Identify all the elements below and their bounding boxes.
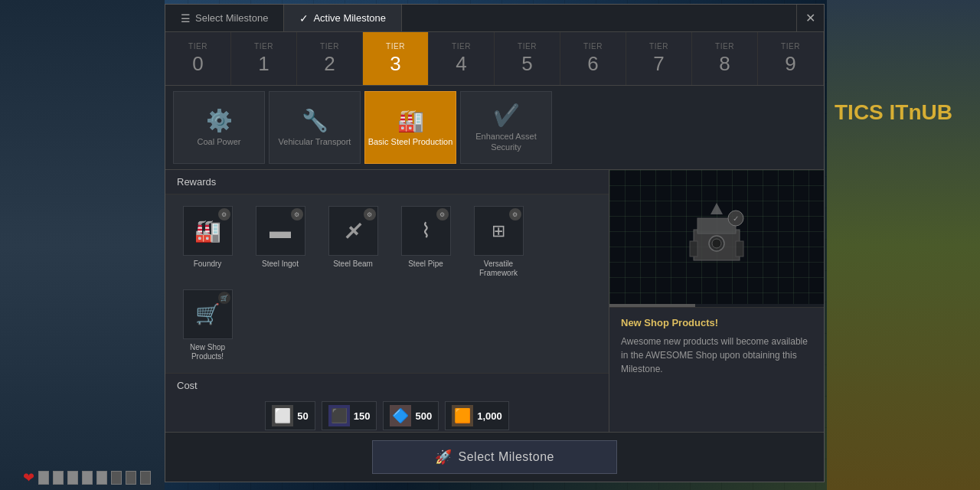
versatile-framework-icon-wrap: ⊞ ⚙ [474, 206, 524, 256]
new-shop-products-icon: 🛒 [195, 302, 220, 326]
tier-9-num: 9 [785, 52, 795, 76]
tier-7[interactable]: Tier 7 [626, 32, 692, 85]
iron-plate-icon: ⬜ [272, 405, 293, 426]
select-milestone-icon: ☰ [181, 12, 191, 24]
foundry-badge: ⚙ [218, 208, 230, 220]
cost-items: ⬜ 50 ⬛ 150 🔷 500 🟧 1,000 [177, 397, 597, 432]
tier-8-label: Tier [715, 42, 734, 51]
steel-beam-icon-wrap: ╋ ⚙ [328, 206, 378, 256]
steel-beam-icon: ╋ [342, 220, 364, 242]
concrete-amount: 1,000 [477, 410, 502, 422]
active-milestone-icon: ✓ [299, 12, 309, 24]
left-panel-decoration [0, 0, 165, 490]
preview-progress-bar [609, 304, 824, 307]
preview-machine: ✓ [678, 199, 755, 279]
right-panel-decoration [827, 0, 980, 490]
tier-6[interactable]: Tier 6 [560, 32, 626, 85]
tier-0[interactable]: Tier 0 [165, 32, 231, 85]
milestone-basic-steel-production[interactable]: 🏭 Basic Steel Production [364, 91, 456, 164]
select-milestone-button-icon: 🚀 [435, 449, 452, 466]
reward-steel-ingot[interactable]: ▬ ⚙ Steel Ingot [250, 206, 311, 278]
reward-steel-beam[interactable]: ╋ ⚙ Steel Beam [322, 206, 384, 278]
reward-foundry[interactable]: 🏭 ⚙ Foundry [177, 206, 238, 278]
steel-ingot-badge: ⚙ [291, 208, 303, 220]
hud-bar-4 [82, 471, 93, 485]
tier-1[interactable]: Tier 1 [231, 32, 297, 85]
vehicular-transport-icon: 🔧 [302, 108, 328, 133]
rewards-section: Rewards 🏭 ⚙ Foundry ▬ ⚙ Steel Ingot [165, 170, 609, 432]
steel-pipe-icon: ⌇ [421, 219, 431, 243]
reward-steel-pipe[interactable]: ⌇ ⚙ Steel Pipe [395, 206, 456, 278]
tier-2[interactable]: Tier 2 [297, 32, 363, 85]
iron-rod-amount: 150 [354, 410, 371, 422]
info-panel: ✓ New Shop Products! Awesome new product… [609, 170, 824, 432]
vehicular-transport-name: Vehicular Transport [279, 137, 351, 147]
milestone-row: ⚙️ Coal Power 🔧 Vehicular Transport 🏭 Ba… [165, 86, 824, 170]
tier-4-num: 4 [456, 52, 466, 76]
tier-1-label: Tier [254, 42, 273, 51]
new-shop-products-icon-wrap: 🛒 🛒 [183, 289, 233, 339]
tier-5[interactable]: Tier 5 [495, 32, 560, 85]
tier-8-num: 8 [719, 52, 730, 76]
cost-iron-plate: ⬜ 50 [265, 401, 315, 430]
tab-active-label: Active Milestone [313, 12, 386, 24]
select-milestone-button-label: Select Milestone [459, 450, 554, 464]
preview-bar-fill [609, 304, 695, 307]
info-title: New Shop Products! [621, 317, 812, 328]
new-shop-products-badge: 🛒 [218, 292, 230, 304]
tier-bar: Tier 0 Tier 1 Tier 2 Tier 3 Tier 4 Tier … [165, 32, 824, 86]
tier-2-label: Tier [320, 42, 339, 51]
steel-pipe-icon-wrap: ⌇ ⚙ [401, 206, 451, 256]
enhanced-asset-security-name: Enhanced Asset Security [461, 132, 551, 152]
tier-0-num: 0 [192, 52, 203, 76]
tier-9-label: Tier [781, 42, 800, 51]
versatile-framework-icon: ⊞ [492, 221, 505, 241]
tier-2-num: 2 [324, 52, 335, 76]
tier-6-num: 6 [587, 52, 598, 76]
tier-3[interactable]: Tier 3 [363, 32, 429, 85]
svg-text:✓: ✓ [733, 214, 739, 223]
reward-new-shop-products[interactable]: 🛒 🛒 New Shop Products! [177, 289, 238, 361]
versatile-framework-name: Versatile Framework [468, 260, 529, 278]
wire-icon: 🔷 [390, 405, 411, 426]
tier-0-label: Tier [188, 42, 207, 51]
versatile-framework-badge: ⚙ [509, 208, 521, 220]
milestone-enhanced-asset-security[interactable]: ✔️ Enhanced Asset Security [460, 91, 552, 164]
svg-rect-2 [736, 241, 743, 256]
new-shop-products-name: New Shop Products! [177, 343, 238, 361]
info-text: New Shop Products! Awesome new products … [609, 308, 824, 432]
hud-bar-8 [140, 471, 151, 485]
steel-beam-name: Steel Beam [333, 260, 373, 269]
tab-select-milestone[interactable]: ☰ Select Milestone [165, 5, 284, 31]
tier-8[interactable]: Tier 8 [692, 32, 758, 85]
iron-plate-amount: 50 [297, 410, 308, 422]
steel-pipe-badge: ⚙ [436, 208, 449, 220]
coal-power-name: Coal Power [198, 137, 241, 147]
rewards-grid: 🏭 ⚙ Foundry ▬ ⚙ Steel Ingot ╋ ⚙ [165, 194, 609, 373]
steel-pipe-name: Steel Pipe [408, 260, 443, 269]
enhanced-asset-security-icon: ✔️ [493, 103, 520, 128]
foundry-icon-wrap: 🏭 ⚙ [183, 206, 233, 256]
basic-steel-production-name: Basic Steel Production [368, 137, 453, 147]
tier-5-num: 5 [521, 52, 532, 76]
tier-3-num: 3 [390, 52, 400, 76]
select-milestone-button[interactable]: 🚀 Select Milestone [372, 440, 617, 474]
tier-5-label: Tier [518, 42, 537, 51]
tier-9[interactable]: Tier 9 [758, 32, 824, 85]
close-button[interactable]: ✕ [796, 5, 824, 31]
tab-active-milestone[interactable]: ✓ Active Milestone [284, 5, 402, 31]
bottom-hud: ❤ [23, 469, 151, 486]
tier-1-num: 1 [258, 52, 269, 76]
preview-area: ✓ [609, 170, 824, 308]
steel-beam-badge: ⚙ [364, 208, 376, 220]
reward-versatile-framework[interactable]: ⊞ ⚙ Versatile Framework [468, 206, 529, 278]
tier-4-label: Tier [452, 42, 471, 51]
coal-power-icon: ⚙️ [206, 108, 233, 133]
hud-bar-6 [111, 471, 122, 485]
svg-marker-4 [710, 203, 723, 214]
cost-iron-rod: ⬛ 150 [322, 401, 377, 430]
milestone-vehicular-transport[interactable]: 🔧 Vehicular Transport [269, 91, 361, 164]
tier-4[interactable]: Tier 4 [429, 32, 495, 85]
milestone-coal-power[interactable]: ⚙️ Coal Power [173, 91, 265, 164]
cost-concrete: 🟧 1,000 [445, 401, 509, 430]
